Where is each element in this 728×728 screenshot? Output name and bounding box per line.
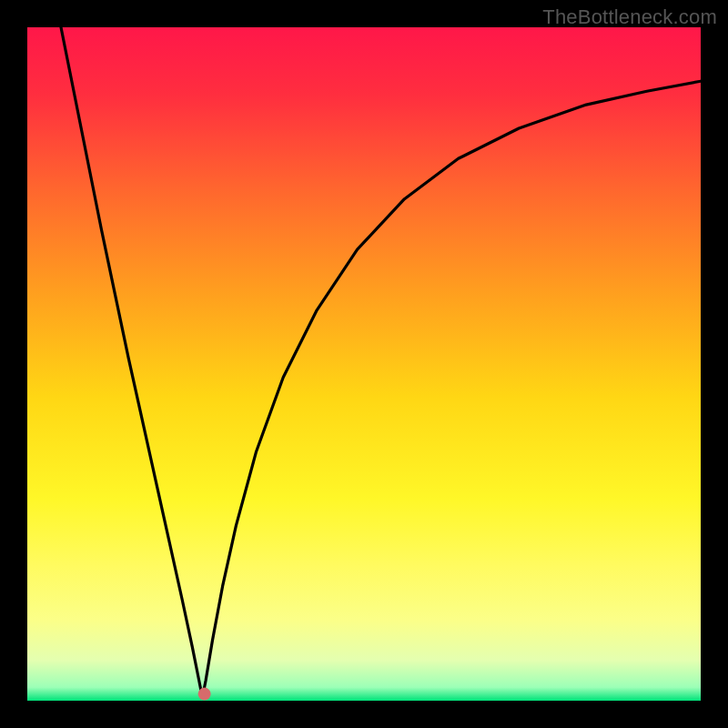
apex-marker: [198, 688, 211, 701]
attribution-label: TheBottleneck.com: [542, 5, 717, 29]
chart-frame: TheBottleneck.com: [0, 0, 728, 728]
bottleneck-chart: [27, 27, 701, 701]
gradient-background: [27, 27, 701, 701]
plot-area: [27, 27, 701, 701]
